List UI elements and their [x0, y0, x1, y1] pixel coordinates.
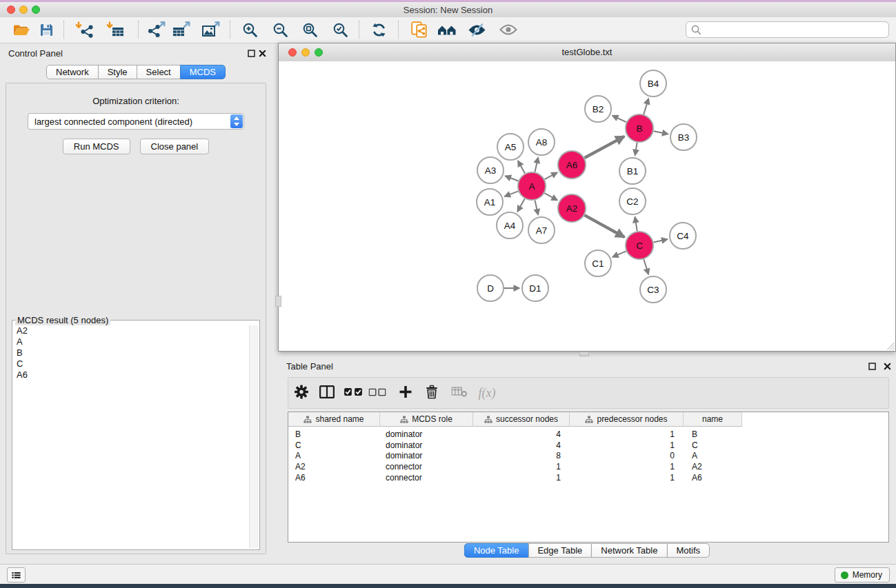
graph-node-A4[interactable]: A4 [497, 212, 523, 239]
table-cell[interactable]: A2 [288, 462, 380, 472]
graph-node-D1[interactable]: D1 [522, 275, 548, 301]
graph-node-B4[interactable]: B4 [640, 70, 666, 97]
save-session-icon[interactable] [33, 19, 59, 40]
graph-node-C2[interactable]: C2 [619, 188, 646, 214]
zoom-out-icon[interactable] [267, 19, 293, 40]
table-row[interactable]: Adominator80A [288, 451, 888, 462]
edge-B-B2[interactable] [613, 116, 626, 122]
table-cell[interactable]: A2 [684, 462, 742, 472]
graph-node-A[interactable]: A [518, 172, 546, 200]
table-cell[interactable]: 1 [473, 462, 570, 472]
network-minimize-button[interactable] [301, 48, 310, 57]
tab-mcds[interactable]: MCDS [180, 65, 226, 79]
export-network-icon[interactable] [143, 19, 170, 40]
table-cell[interactable]: C [288, 440, 380, 450]
task-history-button[interactable] [7, 567, 26, 582]
edge-A6-B[interactable] [584, 136, 624, 158]
network-canvas[interactable]: B4B2BB3A5A8A6B1A3AA1C2A2A4A7C4CC1C3DD1 [279, 61, 895, 351]
window-resize-grip[interactable] [887, 343, 895, 350]
cyndex-browser-icon[interactable] [434, 19, 460, 40]
column-header-predecessor-nodes[interactable]: predecessor nodes [570, 412, 684, 427]
result-item[interactable]: A6 [14, 369, 248, 381]
table-cell[interactable]: connector [380, 462, 473, 472]
settings-gear-icon[interactable] [295, 385, 309, 401]
edge-A-A7[interactable] [535, 201, 538, 215]
apply-layout-icon[interactable] [366, 19, 392, 40]
table-cell[interactable]: 1 [570, 473, 684, 483]
import-network-icon[interactable] [71, 19, 97, 40]
close-panel-icon[interactable] [259, 49, 266, 57]
float-panel-icon[interactable] [248, 49, 255, 57]
graph-node-A2[interactable]: A2 [558, 194, 586, 222]
graph-node-C1[interactable]: C1 [585, 250, 611, 276]
graph-node-B3[interactable]: B3 [670, 124, 697, 150]
graph-node-B1[interactable]: B1 [619, 158, 646, 184]
result-item[interactable]: A [14, 336, 248, 347]
table-cell[interactable]: C [684, 440, 742, 450]
column-header-MCDS-role[interactable]: MCDS role [380, 412, 473, 427]
edge-A-A2[interactable] [544, 193, 557, 200]
table-cell[interactable]: B [684, 429, 742, 439]
edge-B-B1[interactable] [635, 143, 637, 156]
delete-table-icon[interactable] [452, 387, 468, 399]
graph-node-A6[interactable]: A6 [558, 151, 586, 179]
graph-node-A3[interactable]: A3 [477, 157, 504, 183]
delete-column-icon[interactable] [426, 385, 438, 401]
close-panel-button[interactable]: Close panel [140, 139, 210, 154]
edge-B-B3[interactable] [654, 131, 668, 134]
tab-node-table[interactable]: Node Table [464, 543, 529, 558]
zoom-in-icon[interactable] [237, 19, 263, 40]
export-table-icon[interactable] [168, 19, 195, 40]
column-header-name[interactable]: name [684, 412, 742, 427]
vertical-splitter-handle[interactable] [275, 296, 281, 307]
edge-A-A5[interactable] [518, 161, 525, 173]
criterion-dropdown[interactable]: largest connected component (directed) [28, 113, 244, 130]
table-cell[interactable]: dominator [380, 440, 473, 450]
result-item[interactable]: B [14, 347, 248, 358]
edge-C-C1[interactable] [613, 251, 626, 257]
result-item[interactable]: C [14, 358, 248, 369]
edge-A-A4[interactable] [517, 199, 524, 212]
table-cell[interactable]: 0 [570, 451, 684, 460]
graph-node-C[interactable]: C [626, 232, 653, 259]
column-header-successor-nodes[interactable]: successor nodes [473, 412, 570, 427]
close-table-panel-icon[interactable] [884, 362, 891, 369]
hide-selected-icon[interactable] [464, 19, 490, 40]
tab-edge-table[interactable]: Edge Table [528, 543, 592, 558]
edge-A-A6[interactable] [545, 172, 557, 179]
column-header-shared-name[interactable]: shared name [288, 412, 380, 427]
search-input[interactable] [705, 23, 886, 37]
export-image-icon[interactable] [198, 19, 224, 40]
table-cell[interactable]: B [288, 429, 380, 439]
table-row[interactable]: A2connector11A2 [288, 461, 888, 472]
select-all-checks-icon[interactable] [344, 388, 363, 398]
run-mcds-button[interactable]: Run MCDS [63, 139, 130, 154]
open-file-icon[interactable] [8, 19, 34, 40]
tab-style[interactable]: Style [98, 65, 137, 79]
function-builder-icon[interactable]: f(x) [479, 386, 496, 401]
table-cell[interactable]: A6 [288, 473, 380, 483]
import-table-icon[interactable] [102, 19, 128, 40]
table-row[interactable]: A6connector11A6 [288, 472, 888, 483]
tab-motifs[interactable]: Motifs [666, 543, 710, 558]
network-close-button[interactable] [288, 48, 297, 57]
graph-node-A8[interactable]: A8 [528, 129, 555, 155]
edge-C-C2[interactable] [635, 217, 637, 232]
network-window-titlebar[interactable]: testGlobe.txt [279, 43, 895, 62]
table-cell[interactable]: 1 [570, 462, 684, 472]
clone-network-icon[interactable] [406, 19, 432, 40]
table-cell[interactable]: dominator [380, 429, 473, 439]
table-cell[interactable]: 4 [473, 429, 570, 439]
add-column-icon[interactable] [399, 386, 412, 401]
graph-node-A1[interactable]: A1 [477, 189, 503, 215]
edge-B-B4[interactable] [644, 99, 648, 114]
graph-node-A7[interactable]: A7 [528, 217, 555, 243]
edge-A-A1[interactable] [505, 191, 519, 196]
table-cell[interactable]: A [288, 451, 380, 460]
table-cell[interactable]: A6 [684, 473, 742, 483]
show-all-icon[interactable] [495, 19, 521, 40]
graph-node-C4[interactable]: C4 [670, 223, 696, 249]
table-cell[interactable]: 1 [570, 429, 684, 439]
edge-A2-C[interactable] [584, 215, 624, 237]
edge-C-C4[interactable] [653, 239, 667, 242]
